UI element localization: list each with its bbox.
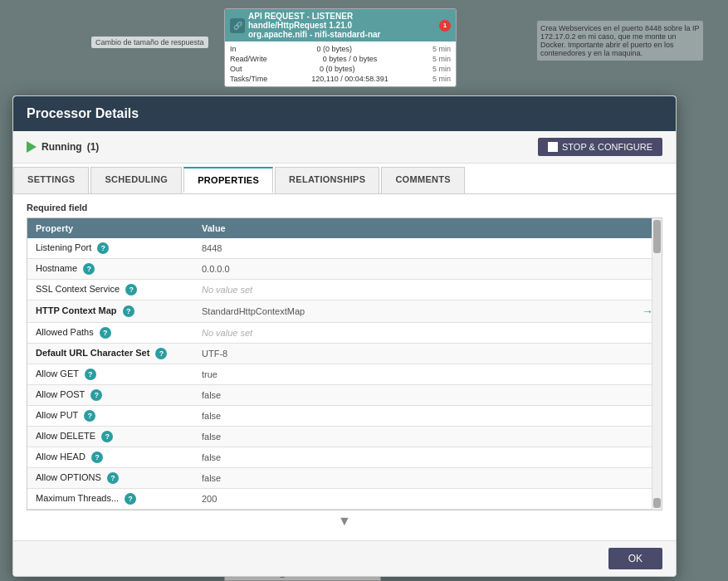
value-cell[interactable]: 200 — [193, 489, 633, 510]
table-row[interactable]: SSL Context Service ?No value set — [27, 280, 662, 300]
table-row[interactable]: Allow POST ?false — [27, 385, 662, 406]
value-cell[interactable]: 0.0.0.0 — [193, 259, 633, 280]
help-icon[interactable]: ? — [107, 472, 119, 484]
property-cell: SSL Context Service ? — [27, 280, 193, 300]
help-icon[interactable]: ? — [125, 493, 136, 505]
stop-icon — [548, 142, 558, 152]
table-header-row: Property Value — [27, 218, 662, 238]
modal-footer: OK — [13, 540, 676, 576]
property-cell: Allow OPTIONS ? — [27, 468, 193, 489]
value-cell[interactable]: StandardHttpContextMap — [193, 300, 633, 323]
value-cell[interactable]: No value set — [193, 323, 633, 344]
property-cell: Allow PUT ? — [27, 406, 193, 427]
help-icon[interactable]: ? — [100, 327, 111, 339]
running-count: (1) — [87, 141, 100, 153]
modal-subheader: Running (1) STOP & CONFIGURE — [13, 131, 676, 164]
value-cell[interactable]: true — [193, 364, 633, 385]
ok-button-label: OK — [628, 553, 642, 564]
help-icon[interactable]: ? — [91, 452, 103, 463]
processor-details-modal: Processor Details Running (1) STOP & CON… — [12, 95, 677, 577]
help-icon[interactable]: ? — [123, 305, 134, 317]
processor-node-subtitle1: handle/HttpRequest 1.21.0 — [248, 21, 380, 30]
property-cell: Allow POST ? — [27, 385, 193, 406]
value-cell[interactable]: false — [193, 468, 633, 489]
processor-node-subtitle2: org.apache.nifi - nifi-standard-nar — [248, 30, 380, 39]
tab-scheduling[interactable]: SCHEDULING — [90, 167, 182, 193]
table-row[interactable]: Allow PUT ?false — [27, 406, 662, 427]
processor-node-title: API REQUEST - LISTENER — [248, 12, 380, 21]
table-row[interactable]: Allowed Paths ?No value set — [27, 323, 662, 344]
value-cell[interactable]: false — [193, 385, 633, 406]
table-row[interactable]: Hostname ?0.0.0.0 — [27, 259, 662, 280]
processor-node-row-tasks: Tasks/Time 120,110 / 00:04:58.391 5 min — [230, 74, 451, 84]
table-row[interactable]: HTTP Context Map ?StandardHttpContextMap… — [27, 300, 662, 323]
value-cell[interactable]: false — [193, 406, 633, 427]
stop-button-label: STOP & CONFIGURE — [562, 142, 652, 152]
table-row[interactable]: Default URL Character Set ?UTF-8 — [27, 344, 662, 364]
value-cell[interactable]: No value set — [193, 280, 633, 300]
processor-node-row-in: In 0 (0 bytes) 5 min — [230, 44, 451, 54]
property-cell: Hostname ? — [27, 259, 193, 280]
processor-node-header: 🔗 API REQUEST - LISTENER handle/HttpRequ… — [225, 9, 456, 42]
property-cell: Listening Port ? — [27, 238, 193, 259]
processor-node-body: In 0 (0 bytes) 5 min Read/Write 0 bytes … — [225, 42, 456, 86]
property-cell: Allow HEAD ? — [27, 447, 193, 468]
scroll-down-arrow: ▼ — [27, 510, 662, 532]
modal-header: Processor Details — [13, 96, 676, 131]
help-icon[interactable]: ? — [101, 431, 113, 442]
properties-table-wrapper: Property Value Listening Port ?8448Hostn… — [27, 217, 662, 510]
property-cell: HTTP Context Map ? — [27, 300, 193, 323]
modal-title: Processor Details — [27, 106, 139, 120]
processor-node-row-out: Out 0 (0 bytes) 5 min — [230, 64, 451, 74]
table-row[interactable]: Allow HEAD ?false — [27, 447, 662, 468]
table-row[interactable]: Maximum Threads... ?200 — [27, 489, 662, 510]
table-row[interactable]: Allow DELETE ?false — [27, 427, 662, 447]
help-icon[interactable]: ? — [155, 348, 167, 359]
running-badge: Running (1) — [27, 141, 99, 153]
help-icon[interactable]: ? — [90, 389, 102, 401]
side-comment: Crea Webservices en el puerto 8448 sobre… — [537, 21, 703, 61]
property-cell: Default URL Character Set ? — [27, 344, 193, 364]
value-column-header: Value — [193, 218, 633, 238]
properties-table: Property Value Listening Port ?8448Hostn… — [27, 218, 662, 510]
table-row[interactable]: Allow OPTIONS ?false — [27, 468, 662, 489]
property-cell: Allow DELETE ? — [27, 427, 193, 447]
help-icon[interactable]: ? — [97, 242, 109, 254]
help-icon[interactable]: ? — [125, 284, 137, 295]
tab-relationships[interactable]: RELATIONSHIPS — [275, 167, 379, 193]
value-cell[interactable]: UTF-8 — [193, 344, 633, 364]
table-row[interactable]: Listening Port ?8448 — [27, 238, 662, 259]
tabs-bar: SETTINGS SCHEDULING PROPERTIES RELATIONS… — [13, 164, 676, 194]
value-cell[interactable]: false — [193, 427, 633, 447]
required-field-label: Required field — [27, 203, 662, 212]
stop-configure-button[interactable]: STOP & CONFIGURE — [538, 138, 662, 156]
help-icon[interactable]: ? — [85, 369, 96, 380]
tab-settings[interactable]: SETTINGS — [13, 167, 89, 193]
running-label: Running — [42, 141, 82, 153]
running-dot-icon — [27, 141, 37, 153]
table-row[interactable]: Allow GET ?true — [27, 364, 662, 385]
processor-node-top[interactable]: 🔗 API REQUEST - LISTENER handle/HttpRequ… — [224, 8, 457, 87]
ok-button[interactable]: OK — [608, 548, 662, 569]
scrollbar-thumb-bottom — [653, 498, 661, 508]
left-canvas-label: Cambio de tamaño de respuesta — [91, 37, 208, 48]
processor-node-badge: 1 — [439, 20, 451, 32]
value-cell[interactable]: 8448 — [193, 238, 633, 259]
property-cell: Allow GET ? — [27, 364, 193, 385]
property-cell: Maximum Threads... ? — [27, 489, 193, 510]
property-cell: Allowed Paths ? — [27, 323, 193, 344]
help-icon[interactable]: ? — [83, 263, 95, 275]
help-icon[interactable]: ? — [84, 410, 95, 422]
scrollbar-thumb-top — [653, 220, 661, 253]
tab-properties[interactable]: PROPERTIES — [183, 167, 273, 193]
processor-node-row-rw: Read/Write 0 bytes / 0 bytes 5 min — [230, 54, 451, 64]
value-cell[interactable]: false — [193, 447, 633, 468]
modal-body: Required field Property Value Listening … — [13, 194, 676, 540]
property-column-header: Property — [27, 218, 193, 238]
tab-comments[interactable]: COMMENTS — [381, 167, 465, 193]
scrollbar-track[interactable] — [652, 218, 662, 510]
processor-node-icon: 🔗 — [230, 18, 245, 33]
